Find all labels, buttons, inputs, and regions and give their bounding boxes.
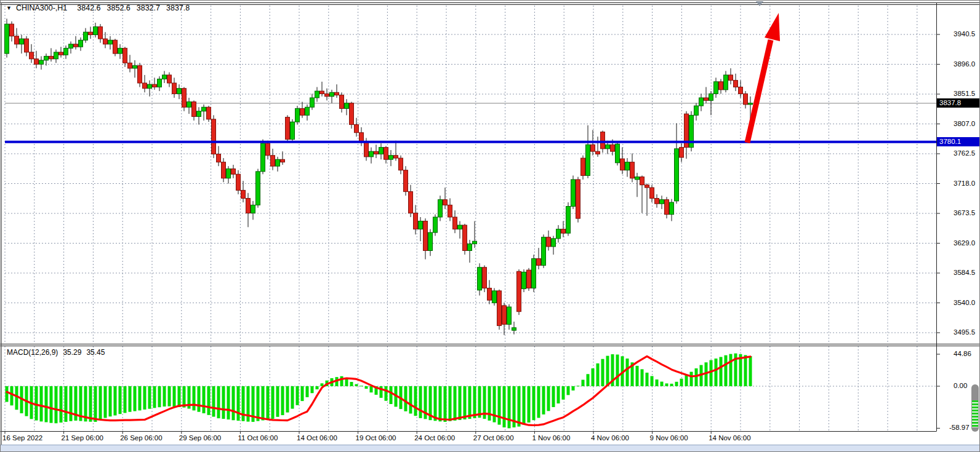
candle[interactable] bbox=[419, 221, 423, 229]
candle[interactable] bbox=[635, 177, 640, 180]
trend-arrow-head[interactable] bbox=[765, 13, 780, 41]
candle[interactable] bbox=[527, 270, 531, 288]
candle[interactable] bbox=[212, 119, 216, 154]
candle[interactable] bbox=[630, 162, 635, 178]
candle[interactable] bbox=[556, 229, 561, 239]
candle[interactable] bbox=[424, 221, 428, 251]
candle[interactable] bbox=[438, 200, 443, 217]
candle[interactable] bbox=[734, 81, 738, 87]
candle[interactable] bbox=[355, 125, 359, 133]
candle[interactable] bbox=[473, 241, 477, 244]
candle[interactable] bbox=[15, 36, 19, 44]
candle[interactable] bbox=[606, 145, 610, 149]
candle[interactable] bbox=[625, 162, 630, 170]
candle[interactable] bbox=[704, 98, 709, 100]
chart-dropdown-icon[interactable]: ▼ bbox=[6, 5, 12, 11]
candle[interactable] bbox=[616, 144, 620, 163]
candle[interactable] bbox=[409, 192, 413, 213]
candle[interactable] bbox=[739, 87, 743, 94]
candle[interactable] bbox=[621, 159, 625, 170]
candle[interactable] bbox=[315, 91, 319, 98]
candle[interactable] bbox=[217, 154, 221, 162]
candle[interactable] bbox=[463, 225, 467, 250]
candle[interactable] bbox=[364, 142, 369, 157]
candle[interactable] bbox=[552, 239, 556, 247]
candle[interactable] bbox=[483, 268, 487, 288]
candle[interactable] bbox=[384, 148, 388, 160]
candle[interactable] bbox=[453, 217, 457, 229]
candle[interactable] bbox=[281, 159, 285, 162]
candle[interactable] bbox=[389, 156, 393, 160]
candle[interactable] bbox=[340, 95, 344, 109]
candle[interactable] bbox=[20, 39, 24, 44]
candle[interactable] bbox=[581, 158, 585, 175]
candle[interactable] bbox=[532, 259, 536, 288]
candle[interactable] bbox=[113, 40, 118, 54]
candle[interactable] bbox=[167, 75, 172, 83]
candle[interactable] bbox=[108, 40, 113, 44]
candle[interactable] bbox=[468, 244, 472, 251]
candle[interactable] bbox=[566, 207, 571, 234]
candle[interactable] bbox=[49, 56, 54, 58]
candle[interactable] bbox=[138, 66, 142, 83]
candle[interactable] bbox=[586, 145, 590, 175]
candle[interactable] bbox=[719, 82, 723, 90]
candle[interactable] bbox=[128, 63, 132, 68]
candle[interactable] bbox=[266, 143, 270, 156]
candle[interactable] bbox=[404, 170, 408, 192]
candle[interactable] bbox=[714, 82, 718, 94]
candle[interactable] bbox=[443, 200, 448, 205]
candle[interactable] bbox=[675, 149, 679, 201]
candle[interactable] bbox=[79, 40, 83, 47]
candle[interactable] bbox=[98, 26, 103, 39]
candle[interactable] bbox=[655, 198, 659, 204]
candle[interactable] bbox=[64, 48, 68, 55]
candle[interactable] bbox=[295, 108, 300, 122]
candle[interactable] bbox=[39, 60, 44, 65]
candle[interactable] bbox=[118, 48, 122, 54]
candle[interactable] bbox=[89, 32, 93, 34]
candles-layer[interactable] bbox=[5, 18, 753, 335]
candle[interactable] bbox=[163, 75, 167, 79]
candle[interactable] bbox=[694, 106, 699, 115]
candle[interactable] bbox=[547, 237, 551, 247]
candle[interactable] bbox=[596, 151, 600, 154]
candle[interactable] bbox=[256, 172, 260, 205]
candle[interactable] bbox=[502, 306, 507, 325]
candle[interactable] bbox=[172, 83, 177, 93]
candle[interactable] bbox=[359, 133, 364, 142]
candle[interactable] bbox=[640, 177, 645, 185]
candle[interactable] bbox=[231, 169, 236, 175]
candle[interactable] bbox=[369, 151, 374, 157]
candle[interactable] bbox=[187, 102, 191, 108]
candle[interactable] bbox=[522, 272, 526, 288]
candle[interactable] bbox=[591, 145, 595, 151]
candle[interactable] bbox=[507, 307, 512, 324]
candle[interactable] bbox=[44, 56, 49, 60]
candle[interactable] bbox=[433, 217, 438, 232]
candle[interactable] bbox=[320, 91, 324, 93]
candle[interactable] bbox=[276, 159, 280, 166]
candle[interactable] bbox=[271, 156, 275, 166]
candle[interactable] bbox=[148, 84, 152, 89]
candle[interactable] bbox=[601, 132, 605, 149]
candle[interactable] bbox=[84, 32, 88, 40]
candle[interactable] bbox=[177, 89, 182, 94]
candle[interactable] bbox=[345, 103, 349, 109]
candle[interactable] bbox=[103, 39, 108, 44]
candle[interactable] bbox=[458, 225, 462, 229]
candle[interactable] bbox=[182, 89, 187, 108]
candle[interactable] bbox=[143, 83, 147, 89]
candle[interactable] bbox=[670, 202, 674, 215]
candle[interactable] bbox=[158, 79, 162, 87]
candle[interactable] bbox=[699, 98, 704, 106]
candle[interactable] bbox=[236, 174, 241, 190]
candle[interactable] bbox=[571, 180, 576, 207]
candle[interactable] bbox=[305, 107, 310, 115]
candle[interactable] bbox=[478, 268, 482, 290]
candle[interactable] bbox=[261, 143, 265, 172]
candle[interactable] bbox=[202, 107, 206, 111]
candle[interactable] bbox=[197, 111, 201, 117]
candle[interactable] bbox=[241, 190, 246, 198]
candle[interactable] bbox=[665, 200, 669, 215]
